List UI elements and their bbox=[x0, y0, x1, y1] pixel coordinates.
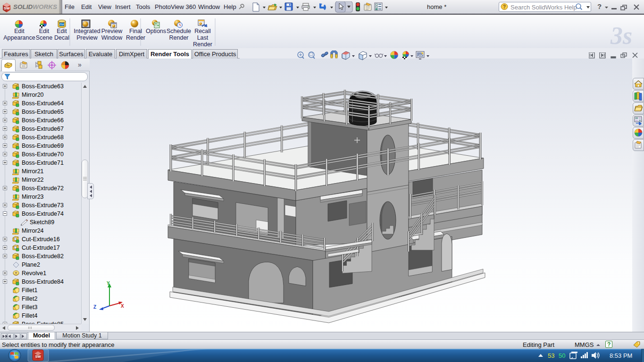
svg-text:SW: SW bbox=[4, 6, 10, 10]
svg-text:Z: Z bbox=[93, 304, 96, 310]
svg-text:SW: SW bbox=[35, 354, 42, 359]
svg-text:SOLIDWORKS: SOLIDWORKS bbox=[13, 3, 57, 10]
svg-text:?: ? bbox=[503, 4, 506, 9]
svg-text:X: X bbox=[121, 303, 124, 309]
svg-text:Y: Y bbox=[107, 281, 110, 286]
svg-text:3s: 3s bbox=[610, 22, 632, 48]
svg-text:53: 53 bbox=[548, 352, 554, 359]
svg-text:8:53 PM: 8:53 PM bbox=[610, 352, 632, 359]
svg-text:50: 50 bbox=[559, 352, 565, 359]
